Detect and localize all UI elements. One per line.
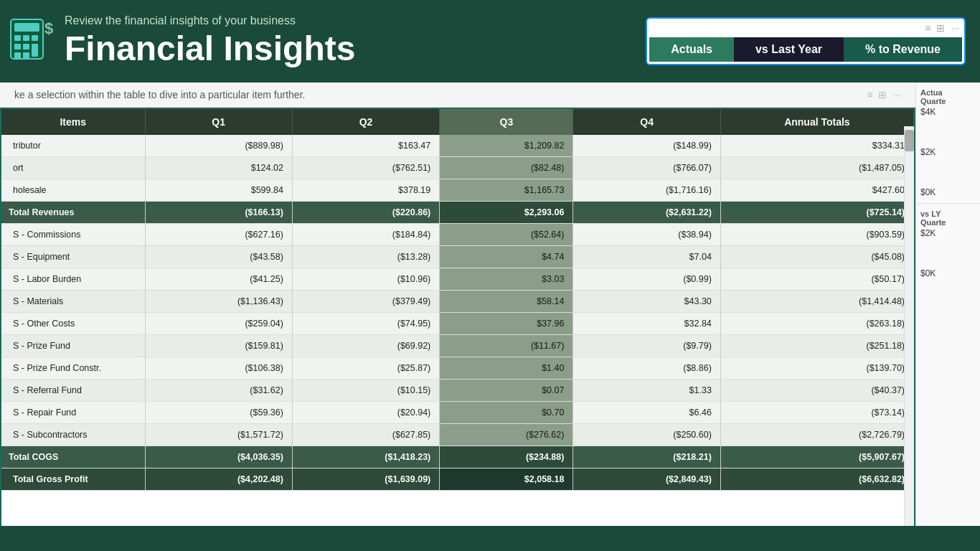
table-expand-icon: ⊞: [878, 89, 887, 100]
row-item-label: tributor: [1, 135, 145, 157]
row-value: ($1,571.72): [145, 424, 292, 446]
row-value: ($250.60): [573, 424, 720, 446]
row-value: ($38.94): [573, 224, 720, 246]
row-value: ($2,849.43): [573, 468, 720, 491]
row-value: ($40.37): [720, 380, 913, 402]
row-item-label: S - Labor Burden: [1, 268, 145, 291]
row-value: ($218.21): [573, 446, 720, 468]
col-q4: Q4: [573, 109, 720, 135]
row-value: ($50.17): [720, 268, 913, 291]
header-title: Financial Insights: [65, 30, 355, 68]
header-left: $ Review the financial insights of your …: [7, 14, 355, 68]
row-value: ($11.67): [440, 335, 573, 357]
scrollbar-thumb[interactable]: [905, 130, 914, 151]
row-value: ($1,414.48): [720, 291, 913, 313]
row-item-label: S - Referral Fund: [1, 380, 145, 402]
table-row[interactable]: Total Revenues($166.13)($220.86)$2,293.0…: [1, 202, 914, 224]
row-value: ($159.81): [145, 335, 292, 357]
row-value: ($74.95): [292, 313, 439, 335]
row-value: $6.46: [573, 402, 720, 424]
right-vsly-section: vs LY Quarte $2K $0K: [916, 204, 980, 284]
right-vsly-label: vs LY: [920, 209, 976, 218]
table-row[interactable]: S - Referral Fund($31.62)($10.15)$0.07$1…: [1, 380, 914, 402]
row-value: ($10.15): [292, 380, 439, 402]
expand-icon: ⊞: [936, 22, 945, 34]
row-value: ($766.07): [573, 157, 720, 179]
svg-rect-4: [32, 35, 38, 41]
header-text: Review the financial insights of your bu…: [65, 14, 355, 68]
row-item-label: S - Repair Fund: [1, 402, 145, 424]
svg-rect-7: [32, 44, 38, 57]
row-value: ($41.25): [145, 268, 292, 291]
row-value: ($276.62): [440, 424, 573, 446]
more-icon: ···: [951, 22, 959, 34]
main-content: ke a selection within the table to dive …: [0, 83, 980, 526]
svg-rect-6: [23, 44, 29, 50]
right-vs-2k: $2K: [920, 228, 976, 238]
table-row[interactable]: S - Subcontractors($1,571.72)($627.85)($…: [1, 424, 914, 446]
table-row[interactable]: S - Repair Fund($59.36)($20.94)$0.70$6.4…: [1, 402, 914, 424]
row-value: ($8.86): [573, 357, 720, 380]
table-row[interactable]: S - Materials($1,136.43)($379.49)$58.14$…: [1, 291, 914, 313]
table-scrollbar[interactable]: [904, 126, 914, 526]
header-section: $ Review the financial insights of your …: [0, 0, 980, 83]
svg-rect-9: [23, 52, 29, 58]
table-row[interactable]: ort$124.02($762.51)($82.48)($766.07)($1,…: [1, 157, 914, 179]
row-value: ($379.49): [292, 291, 439, 313]
table-row[interactable]: S - Equipment($43.58)($13.28)$4.74$7.04(…: [1, 246, 914, 268]
row-value: ($263.18): [720, 313, 913, 335]
svg-rect-5: [14, 44, 21, 50]
row-value: ($184.84): [292, 224, 439, 246]
header-row: Items Q1 Q2 Q3 Q4 Annual Totals: [1, 109, 914, 135]
row-value: $58.14: [440, 291, 573, 313]
row-value: $378.19: [292, 179, 439, 202]
table-row[interactable]: S - Prize Fund Constr.($106.38)($25.87)$…: [1, 357, 914, 380]
row-value: ($627.85): [292, 424, 439, 446]
row-value: ($52.64): [440, 224, 573, 246]
row-value: ($9.79): [573, 335, 720, 357]
row-value: ($166.13): [145, 202, 292, 224]
table-row[interactable]: tributor($889.98)$163.47$1,209.82($148.9…: [1, 135, 914, 157]
table-row[interactable]: S - Labor Burden($41.25)($10.96)$3.03($0…: [1, 268, 914, 291]
row-value: ($148.99): [573, 135, 720, 157]
financial-table: Items Q1 Q2 Q3 Q4 Annual Totals tributor…: [1, 109, 914, 491]
row-value: ($5,907.67): [720, 446, 913, 468]
row-value: $427.60: [720, 179, 913, 202]
row-item-label: Total Gross Profit: [1, 468, 145, 491]
financial-table-wrapper: Items Q1 Q2 Q3 Q4 Annual Totals tributor…: [0, 108, 915, 526]
right-actuals-label: Actua: [920, 88, 976, 97]
table-row[interactable]: S - Other Costs($259.04)($74.95)$37.96$3…: [1, 313, 914, 335]
row-value: $32.84: [573, 313, 720, 335]
tab-pct-revenue[interactable]: % to Revenue: [844, 37, 962, 62]
table-drag-handle: ≡: [867, 89, 872, 100]
tab-actuals[interactable]: Actuals: [649, 37, 734, 62]
col-annual: Annual Totals: [720, 109, 913, 135]
row-value: $0.07: [440, 380, 573, 402]
row-value: ($139.70): [720, 357, 913, 380]
row-value: ($25.87): [292, 357, 439, 380]
col-q1: Q1: [145, 109, 292, 135]
row-value: ($0.99): [573, 268, 720, 291]
row-value: ($69.92): [292, 335, 439, 357]
svg-rect-2: [14, 35, 21, 41]
row-value: ($251.18): [720, 335, 913, 357]
table-row[interactable]: holesale$599.84$378.19$1,165.73($1,716.1…: [1, 179, 914, 202]
right-quarter-label: Quarte: [920, 97, 976, 105]
table-header: Items Q1 Q2 Q3 Q4 Annual Totals: [1, 109, 914, 135]
row-value: ($106.38): [145, 357, 292, 380]
row-value: ($82.48): [440, 157, 573, 179]
col-q2: Q2: [292, 109, 439, 135]
row-value: $1.40: [440, 357, 573, 380]
row-value: ($725.14): [720, 202, 913, 224]
subtitle-text: ke a selection within the table to dive …: [14, 89, 305, 100]
table-row[interactable]: Total COGS($4,036.35)($1,418.23)($234.88…: [1, 446, 914, 468]
right-0k-value: $0K: [920, 187, 976, 197]
row-value: ($903.59): [720, 224, 913, 246]
table-row[interactable]: S - Prize Fund($159.81)($69.92)($11.67)(…: [1, 335, 914, 357]
row-value: ($1,716.16): [573, 179, 720, 202]
row-value: ($10.96): [292, 268, 439, 291]
tab-vs-last-year[interactable]: vs Last Year: [734, 37, 844, 62]
table-row[interactable]: Total Gross Profit($4,202.48)($1,639.09)…: [1, 468, 914, 491]
table-row[interactable]: S - Commissions($627.16)($184.84)($52.64…: [1, 224, 914, 246]
row-item-label: S - Prize Fund Constr.: [1, 357, 145, 380]
